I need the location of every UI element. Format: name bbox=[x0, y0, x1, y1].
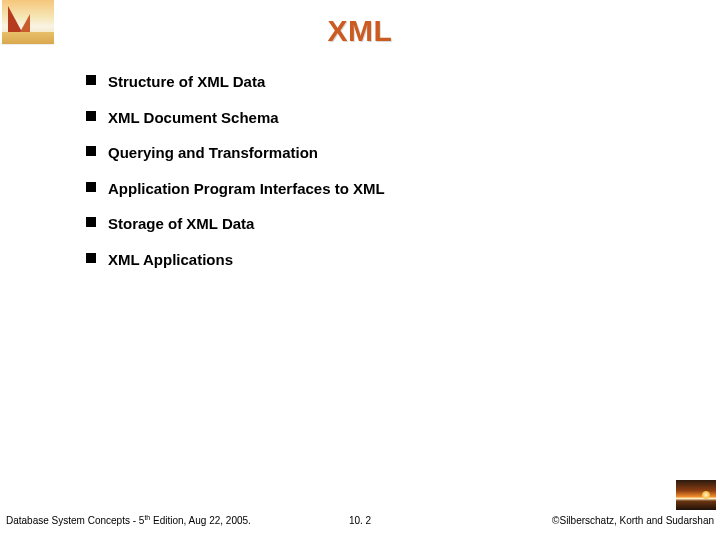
slide: XML Structure of XML Data XML Document S… bbox=[0, 0, 720, 540]
footer-page-number: 10. 2 bbox=[349, 515, 371, 526]
list-item: Querying and Transformation bbox=[80, 143, 690, 163]
list-item: XML Applications bbox=[80, 250, 690, 270]
bullet-list: Structure of XML Data XML Document Schem… bbox=[80, 72, 690, 269]
slide-content: Structure of XML Data XML Document Schem… bbox=[80, 72, 690, 269]
footer-left-suffix: Edition, Aug 22, 2005. bbox=[150, 515, 251, 526]
list-item: XML Document Schema bbox=[80, 108, 690, 128]
list-item: Storage of XML Data bbox=[80, 214, 690, 234]
sunset-logo bbox=[676, 480, 716, 510]
footer-left-prefix: Database System Concepts - 5 bbox=[6, 515, 144, 526]
list-item: Application Program Interfaces to XML bbox=[80, 179, 690, 199]
sun-icon bbox=[702, 491, 710, 499]
slide-title: XML bbox=[0, 14, 720, 48]
list-item: Structure of XML Data bbox=[80, 72, 690, 92]
footer-copyright: ©Silberschatz, Korth and Sudarshan bbox=[552, 515, 714, 526]
sailboat-logo bbox=[0, 0, 56, 64]
footer-line: Database System Concepts - 5th Edition, … bbox=[6, 514, 714, 526]
footer-left: Database System Concepts - 5th Edition, … bbox=[6, 514, 251, 526]
sailboat-image bbox=[2, 0, 54, 44]
slide-footer: Database System Concepts - 5th Edition, … bbox=[0, 492, 720, 540]
